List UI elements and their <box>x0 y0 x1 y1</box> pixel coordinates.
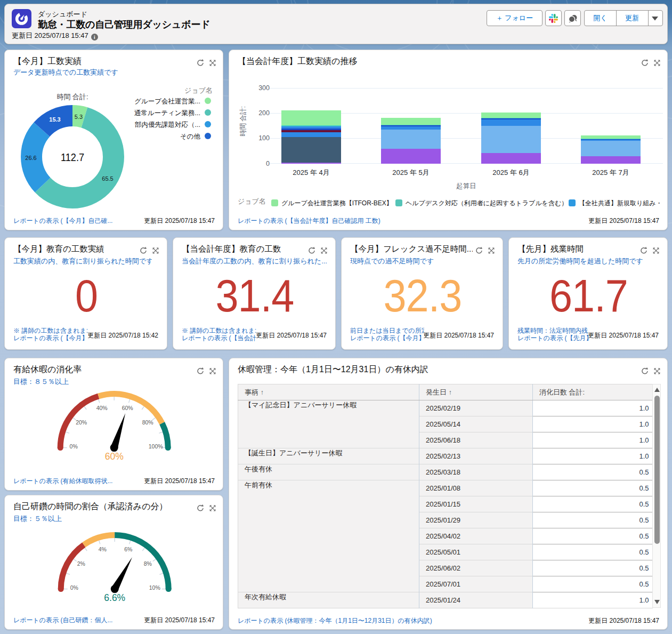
svg-text:0%: 0% <box>70 584 78 591</box>
svg-text:20%: 20% <box>76 419 87 426</box>
svg-text:6%: 6% <box>124 546 132 552</box>
svg-text:2%: 2% <box>77 560 85 567</box>
svg-text:80%: 80% <box>142 419 153 426</box>
svg-text:65.5: 65.5 <box>102 175 113 182</box>
svg-text:10%: 10% <box>149 584 160 591</box>
svg-text:112.7: 112.7 <box>61 151 84 163</box>
svg-text:26.6: 26.6 <box>25 155 36 161</box>
svg-text:60%: 60% <box>122 405 133 411</box>
svg-text:8%: 8% <box>144 560 152 567</box>
svg-text:40%: 40% <box>96 405 108 411</box>
svg-text:100%: 100% <box>149 443 163 450</box>
svg-text:4%: 4% <box>99 546 107 552</box>
svg-text:6.6%: 6.6% <box>104 592 125 603</box>
svg-text:15.3: 15.3 <box>49 116 60 123</box>
svg-text:5.3: 5.3 <box>75 114 83 120</box>
svg-text:60%: 60% <box>105 451 124 462</box>
svg-text:0%: 0% <box>70 443 78 450</box>
